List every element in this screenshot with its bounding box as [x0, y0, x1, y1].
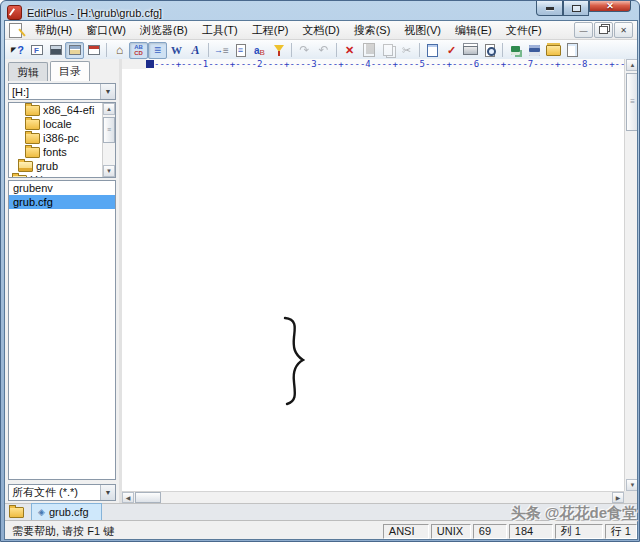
- scroll-down-icon[interactable]: ▼: [626, 479, 638, 491]
- redo-button[interactable]: [295, 42, 314, 59]
- mdi-minimize-button[interactable]: —: [574, 22, 593, 38]
- ruler-origin-marker: [146, 60, 154, 68]
- copy-button[interactable]: [378, 42, 397, 59]
- line-number-toggle[interactable]: [148, 42, 167, 59]
- menu-item[interactable]: 搜索(S): [347, 22, 398, 39]
- menu-item[interactable]: 编辑(E): [448, 22, 499, 39]
- tree-item[interactable]: locale: [9, 117, 115, 131]
- mdi-close-button[interactable]: ✕: [614, 22, 633, 38]
- window-layout-2-button[interactable]: [65, 42, 84, 59]
- save-button[interactable]: [525, 42, 544, 59]
- scroll-down-icon[interactable]: ▼: [103, 165, 115, 177]
- menu-item[interactable]: 工程(P): [245, 22, 296, 39]
- status-cell: ANSI: [383, 524, 429, 539]
- menu-item[interactable]: 文档(D): [295, 22, 346, 39]
- undo-button[interactable]: [314, 42, 333, 59]
- tree-item[interactable]: grub: [9, 159, 115, 173]
- drive-select[interactable]: [H:] ▼: [8, 83, 116, 100]
- delete-button[interactable]: [340, 42, 359, 59]
- window-layout-1-button[interactable]: [84, 42, 103, 59]
- status-bar: 需要帮助, 请按 F1 键 ANSIUNIX69184列 1行 1: [5, 520, 638, 540]
- file-list-item[interactable]: grub.cfg: [9, 195, 115, 209]
- toolbar-separator: [416, 42, 423, 59]
- status-cell: 184: [509, 524, 553, 539]
- paste-button[interactable]: [359, 42, 378, 59]
- menu-item[interactable]: 帮助(H): [28, 22, 79, 39]
- editplus-logo-icon: [7, 5, 22, 20]
- word-wrap-toggle[interactable]: [167, 42, 186, 59]
- scrollbar-thumb[interactable]: [135, 492, 161, 503]
- directory-sidebar: 剪辑目录 [H:] ▼ x86_64-efi: [5, 59, 119, 503]
- save-all-button[interactable]: [506, 42, 525, 59]
- column-ruler: ----+----1----+----2----+----3----+----4…: [122, 59, 638, 69]
- scroll-left-icon[interactable]: ◀: [122, 492, 134, 503]
- code-editor[interactable]: 37 36 set fallback='1' 35 set timeout='1…: [122, 69, 624, 491]
- minimize-button[interactable]: [536, 1, 563, 16]
- menu-item[interactable]: 工具(T): [195, 22, 245, 39]
- maximize-button[interactable]: [563, 1, 589, 16]
- menu-item[interactable]: 窗口(W): [79, 22, 133, 39]
- context-help-button[interactable]: [8, 42, 27, 59]
- goto-line-button[interactable]: [212, 42, 231, 59]
- folder-icon: [25, 105, 40, 116]
- scrollbar-thumb[interactable]: [626, 73, 638, 131]
- print-preview-button[interactable]: [480, 42, 499, 59]
- document-tab[interactable]: ◈ grub.cfg: [31, 503, 102, 520]
- sidebar-tab[interactable]: 剪辑: [8, 62, 48, 81]
- print-button[interactable]: [461, 42, 480, 59]
- toolbar: [5, 40, 637, 61]
- folder-icon: [12, 175, 27, 179]
- tree-scrollbar[interactable]: ▲ ▼: [102, 103, 115, 177]
- window-layout-3-button[interactable]: [46, 42, 65, 59]
- toolbar-separator: [288, 42, 295, 59]
- scroll-up-icon[interactable]: ▲: [103, 103, 115, 115]
- vertical-scrollbar[interactable]: ▲ ▼: [624, 59, 638, 491]
- menu-item[interactable]: 视图(V): [397, 22, 448, 39]
- file-filter-select[interactable]: 所有文件 (*.*) ▼: [8, 484, 116, 501]
- chevron-down-icon[interactable]: ▼: [100, 485, 115, 500]
- find-button[interactable]: [269, 42, 288, 59]
- auto-completion-toggle[interactable]: [129, 42, 148, 59]
- browser-home-button[interactable]: [110, 42, 129, 59]
- folder-icon: [9, 507, 24, 518]
- horizontal-scrollbar[interactable]: ◀ ▶: [122, 491, 624, 503]
- scrollbar-thumb[interactable]: [103, 117, 115, 143]
- tree-item-label: i386-pc: [43, 132, 79, 144]
- folder-icon: [18, 161, 33, 172]
- spell-check-button[interactable]: [442, 42, 461, 59]
- tree-item[interactable]: fonts: [9, 145, 115, 159]
- chevron-down-icon[interactable]: ▼: [100, 84, 115, 99]
- toolbar-separator: [333, 42, 340, 59]
- toolbar-separator: [499, 42, 506, 59]
- find-in-files-button[interactable]: [231, 42, 250, 59]
- menu-bar: 帮助(H)窗口(W)浏览器(B)工具(T)工程(P)文档(D)搜索(S)视图(V…: [5, 21, 637, 40]
- menu-item[interactable]: 浏览器(B): [133, 22, 195, 39]
- document-icon: [9, 23, 22, 38]
- tree-item[interactable]: H:\: [9, 173, 115, 178]
- replace-button[interactable]: [250, 42, 269, 59]
- restore-icon: [599, 26, 608, 34]
- title-bar[interactable]: EditPlus - [H:\grub\grub.cfg] ✕: [1, 1, 639, 22]
- scroll-up-icon[interactable]: ▲: [626, 59, 638, 71]
- tree-item[interactable]: i386-pc: [9, 131, 115, 145]
- file-list-item[interactable]: grubenv: [9, 181, 115, 195]
- editplus-window: EditPlus - [H:\grub\grub.cfg] ✕ 帮助(H)窗口(…: [0, 0, 640, 542]
- window-layout-4-button[interactable]: [27, 42, 46, 59]
- open-file-button[interactable]: [544, 42, 563, 59]
- menu-item[interactable]: 文件(F): [499, 22, 549, 39]
- scroll-right-icon[interactable]: ▶: [612, 492, 624, 503]
- status-cell: 行 1: [605, 524, 637, 539]
- set-font-button[interactable]: [186, 42, 205, 59]
- new-document-button[interactable]: [563, 42, 582, 59]
- mdi-restore-button[interactable]: [594, 22, 613, 38]
- cliptext-button[interactable]: [423, 42, 442, 59]
- status-cell: 列 1: [555, 524, 603, 539]
- sidebar-tab[interactable]: 目录: [50, 61, 90, 81]
- close-button[interactable]: ✕: [589, 1, 631, 12]
- cut-button[interactable]: [397, 42, 416, 59]
- tree-item-label: grub: [36, 160, 58, 172]
- watermark-text: 头条 @花花de食堂: [511, 504, 637, 523]
- folder-button[interactable]: [5, 505, 31, 520]
- drive-select-value: [H:]: [9, 86, 100, 98]
- tree-item[interactable]: x86_64-efi: [9, 103, 115, 117]
